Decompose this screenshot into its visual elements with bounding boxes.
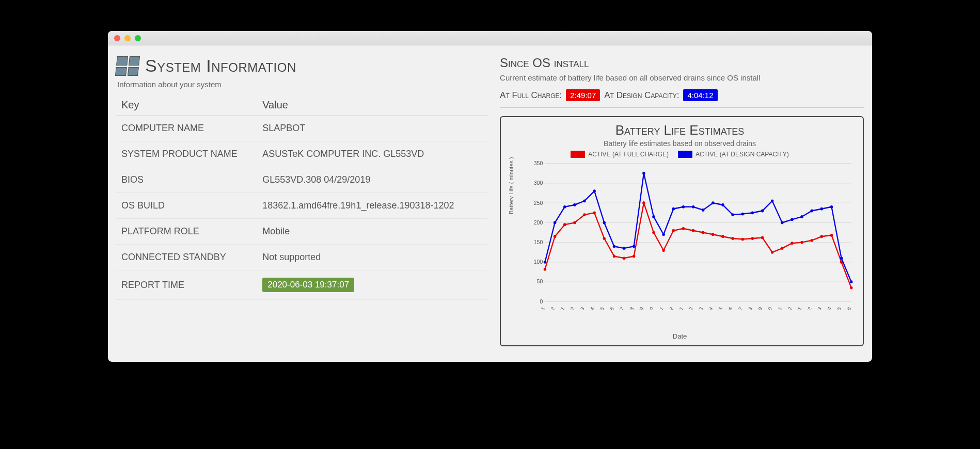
svg-point-83	[573, 203, 576, 206]
full-charge-label: At Full Charge:	[500, 90, 562, 101]
svg-point-92	[662, 233, 665, 236]
svg-point-91	[652, 215, 655, 218]
svg-point-72	[781, 247, 783, 250]
table-header-key: Key	[116, 95, 257, 116]
svg-point-105	[791, 218, 793, 221]
table-cell-key: OS BUILD	[116, 193, 257, 219]
x-axis-label: Date	[504, 332, 856, 340]
svg-point-85	[593, 189, 595, 193]
svg-point-95	[692, 205, 694, 209]
svg-point-110	[840, 256, 843, 260]
system-info-table: Key Value COMPUTER NAMESLAPBOTSYSTEM PRO…	[116, 95, 487, 300]
svg-text:100: 100	[534, 259, 543, 265]
svg-point-97	[712, 201, 714, 204]
svg-text:0: 0	[540, 298, 543, 304]
svg-point-81	[554, 221, 556, 224]
svg-point-73	[791, 242, 793, 245]
chart-svg: 0501001502002503003502017112017122018012…	[529, 160, 853, 310]
svg-point-48	[544, 268, 546, 271]
legend-swatch-blue	[678, 151, 692, 158]
table-row: PLATFORM ROLEMobile	[116, 219, 487, 245]
since-desc: Current estimate of battery life based o…	[500, 73, 864, 82]
svg-point-106	[800, 215, 803, 218]
legend-full-charge: ACTIVE (AT FULL CHARGE)	[571, 151, 669, 158]
svg-point-53	[593, 211, 595, 214]
table-cell-value: 2020-06-03 19:37:07	[257, 270, 487, 300]
page-title: System Information	[145, 56, 296, 76]
svg-point-99	[731, 213, 734, 216]
svg-point-96	[702, 209, 704, 212]
full-charge-value: 2:49:07	[566, 89, 600, 101]
svg-point-94	[682, 205, 685, 209]
svg-point-58	[642, 201, 645, 204]
svg-point-93	[672, 207, 675, 211]
svg-point-104	[781, 221, 783, 224]
table-row: BIOSGL553VD.308 04/29/2019	[116, 167, 487, 193]
svg-point-63	[692, 229, 694, 232]
svg-point-68	[741, 238, 744, 241]
y-axis-label: Battery Life ( minutes )	[508, 157, 514, 214]
svg-point-64	[702, 231, 704, 234]
svg-point-77	[830, 234, 833, 237]
design-capacity-label: At Design Capacity:	[604, 90, 679, 101]
svg-point-66	[721, 235, 724, 238]
svg-point-79	[850, 286, 852, 290]
table-header-value: Value	[257, 95, 487, 116]
svg-point-69	[751, 237, 754, 240]
table-cell-key: CONNECTED STANDBY	[116, 245, 257, 270]
svg-point-57	[633, 254, 635, 258]
svg-point-74	[800, 241, 803, 244]
table-row: SYSTEM PRODUCT NAMEASUSTeK COMPUTER INC.…	[116, 141, 487, 167]
svg-point-101	[751, 211, 754, 214]
svg-point-87	[613, 245, 615, 248]
svg-point-111	[850, 280, 852, 283]
legend-design-capacity: ACTIVE (AT DESIGN CAPACITY)	[678, 151, 789, 158]
chart-title: Battery Life Estimates	[504, 122, 856, 138]
svg-text:201711: 201711	[532, 306, 546, 310]
svg-text:250: 250	[534, 199, 543, 205]
table-cell-key: PLATFORM ROLE	[116, 219, 257, 245]
svg-point-59	[652, 231, 655, 234]
table-cell-key: BIOS	[116, 167, 257, 193]
svg-point-50	[563, 223, 566, 226]
svg-point-88	[623, 247, 625, 250]
table-cell-value: Mobile	[257, 219, 487, 245]
svg-point-62	[682, 227, 685, 230]
chart-container: Battery Life Estimates Battery life esti…	[500, 116, 864, 346]
divider	[500, 107, 864, 108]
table-cell-value: GL553VD.308 04/29/2019	[257, 167, 487, 193]
report-time-badge: 2020-06-03 19:37:07	[262, 278, 354, 292]
table-cell-key: REPORT TIME	[116, 270, 257, 300]
svg-point-89	[633, 245, 635, 248]
minimize-icon[interactable]	[124, 35, 131, 41]
svg-point-60	[662, 249, 665, 252]
svg-point-61	[672, 229, 675, 232]
maximize-icon[interactable]	[135, 35, 141, 41]
estimate-row: At Full Charge: 2:49:07 At Design Capaci…	[500, 89, 864, 101]
svg-point-56	[623, 256, 625, 260]
close-icon[interactable]	[114, 35, 120, 41]
svg-point-54	[603, 237, 606, 240]
svg-point-100	[741, 213, 744, 216]
svg-point-67	[731, 237, 734, 240]
table-cell-value: ASUSTeK COMPUTER INC. GL553VD	[257, 141, 487, 167]
app-window: System Information Information about you…	[108, 31, 872, 362]
table-cell-value: Not supported	[257, 245, 487, 270]
table-row: OS BUILD18362.1.amd64fre.19h1_release.19…	[116, 193, 487, 219]
svg-point-55	[613, 254, 615, 258]
plot-area: Battery Life ( minutes ) 050100150200250…	[529, 160, 853, 310]
window-titlebar	[108, 31, 872, 45]
windows-logo-icon	[115, 56, 140, 76]
svg-point-102	[761, 210, 764, 213]
table-cell-value: 18362.1.amd64fre.19h1_release.190318-120…	[257, 193, 487, 219]
svg-point-52	[583, 213, 586, 216]
svg-point-107	[811, 210, 813, 213]
svg-point-76	[820, 235, 823, 238]
svg-text:50: 50	[537, 278, 543, 284]
svg-text:350: 350	[534, 160, 543, 166]
since-title: Since OS install	[500, 56, 864, 70]
svg-point-84	[583, 199, 586, 202]
svg-point-90	[642, 172, 645, 175]
svg-point-49	[554, 235, 556, 238]
svg-point-82	[563, 205, 566, 209]
